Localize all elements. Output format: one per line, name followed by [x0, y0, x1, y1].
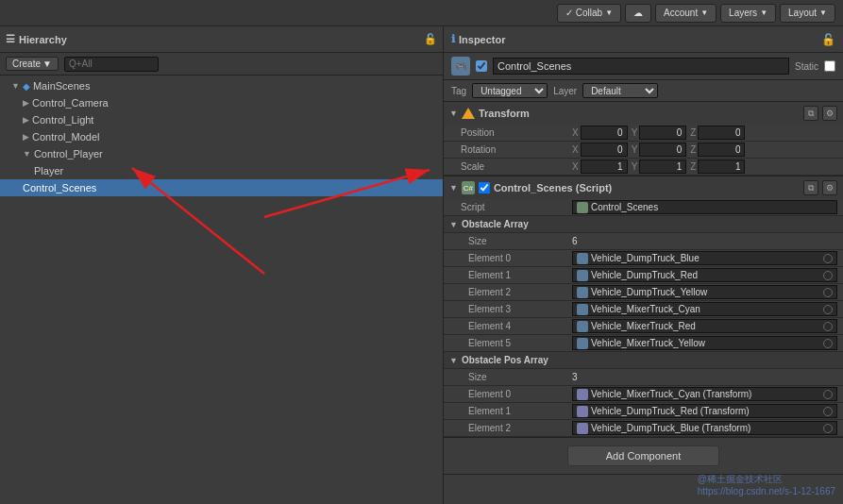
pos-el2-icon [577, 423, 588, 434]
cloud-button[interactable]: ☁ [625, 4, 651, 23]
script-component-header[interactable]: ▼ C# Control_Scenes (Script) ⧉ ⚙ [444, 176, 843, 199]
obstacle-pos-element-2: Element 2 Vehicle_DumpTruck_Blue (Transf… [444, 420, 843, 437]
script-menu-icon[interactable]: ⚙ [822, 180, 837, 195]
scale-y-input[interactable] [639, 160, 686, 174]
obstacle-array-header[interactable]: ▼ Obstacle Array [444, 216, 843, 233]
inspector-panel: ℹ Inspector 🔓 🎮 Static Tag Untagged Laye… [444, 26, 843, 504]
scale-x-field: X [572, 160, 628, 174]
obstacle-element-3: Element 3 Vehicle_MixerTruck_Cyan [444, 301, 843, 318]
obstacle-el5-icon [577, 338, 588, 349]
transform-component: ▼ Transform ⧉ ⚙ Position X [444, 102, 843, 176]
control-light-expand-icon: ▶ [23, 115, 29, 125]
object-active-checkbox[interactable] [476, 60, 487, 72]
scale-x-input[interactable] [581, 160, 628, 174]
obstacle-el1-dot[interactable] [823, 271, 833, 280]
obstacle-pos-element-0: Element 0 Vehicle_MixerTruck_Cyan (Trans… [444, 386, 843, 403]
collab-button[interactable]: ✓ Collab ▼ [557, 4, 621, 23]
inspector-header: ℹ Inspector 🔓 [444, 26, 843, 53]
object-name-input[interactable] [493, 58, 789, 75]
rotation-x-field: X [572, 143, 628, 157]
transform-icon [462, 107, 475, 120]
inspector-info-icon: ℹ [451, 33, 455, 45]
hierarchy-item-control-scenes[interactable]: Control_Scenes [0, 179, 443, 196]
script-component-icons: ⧉ ⚙ [803, 180, 837, 195]
transform-header[interactable]: ▼ Transform ⧉ ⚙ [444, 102, 843, 125]
script-file-icon [577, 202, 588, 213]
rotation-z-input[interactable] [698, 143, 745, 157]
position-z-field: Z [690, 126, 745, 140]
hierarchy-header: ☰ Hierarchy 🔓 [0, 26, 443, 53]
mainscenes-expand-icon: ▼ [11, 81, 20, 91]
cloud-icon: ☁ [633, 8, 643, 18]
position-y-input[interactable] [639, 126, 686, 140]
top-bar: ✓ Collab ▼ ☁ Account ▼ Layers ▼ Layout ▼ [0, 0, 843, 26]
obstacle-pos-fold-icon: ▼ [449, 356, 458, 365]
pos-el1-dot[interactable] [823, 407, 833, 416]
pos-el0-dot[interactable] [823, 390, 833, 399]
hierarchy-lock-icon[interactable]: 🔓 [424, 33, 437, 45]
transform-copy-icon[interactable]: ⧉ [803, 106, 818, 121]
obstacle-el4-dot[interactable] [823, 322, 833, 331]
control-camera-expand-icon: ▶ [23, 98, 29, 108]
hierarchy-item-control-player[interactable]: ▼ Control_Player [0, 145, 443, 162]
hierarchy-item-player[interactable]: Player [0, 162, 443, 179]
hierarchy-search-input[interactable] [64, 57, 159, 72]
object-icon: 🎮 [451, 57, 470, 76]
transform-fold-icon: ▼ [449, 109, 458, 118]
script-copy-icon[interactable]: ⧉ [803, 180, 818, 195]
control-model-expand-icon: ▶ [23, 132, 29, 142]
layers-button[interactable]: Layers ▼ [720, 4, 776, 23]
add-component-section: Add Component [444, 437, 843, 474]
hierarchy-item-mainscenes[interactable]: ▼ ◆ MainScenes [0, 77, 443, 94]
position-row: Position X Y Z [444, 125, 843, 142]
obstacle-pos-element-1: Element 1 Vehicle_DumpTruck_Red (Transfo… [444, 403, 843, 420]
tag-select[interactable]: Untagged [472, 83, 548, 98]
hierarchy-item-control-camera[interactable]: ▶ Control_Camera [0, 94, 443, 111]
obstacle-pos-array-header[interactable]: ▼ Obstacle Pos Array [444, 352, 843, 369]
account-button[interactable]: Account ▼ [655, 4, 717, 23]
script-active-checkbox[interactable] [479, 182, 490, 193]
obstacle-el3-dot[interactable] [823, 305, 833, 314]
obstacle-el0-icon [577, 253, 588, 264]
pos-el2-dot[interactable] [823, 424, 833, 433]
add-component-button[interactable]: Add Component [567, 445, 720, 466]
obstacle-element-0: Element 0 Vehicle_DumpTruck_Blue [444, 250, 843, 267]
rotation-x-input[interactable] [581, 143, 628, 157]
rotation-y-input[interactable] [639, 143, 686, 157]
main-area: ☰ Hierarchy 🔓 Create ▼ ▼ ◆ MainScenes [0, 26, 843, 504]
position-z-input[interactable] [698, 126, 745, 140]
script-component: ▼ C# Control_Scenes (Script) ⧉ ⚙ Script … [444, 176, 843, 475]
obstacle-array-fold-icon: ▼ [449, 220, 458, 229]
position-x-input[interactable] [581, 126, 628, 140]
script-row: Script Control_Scenes [444, 199, 843, 216]
obstacle-element-4: Element 4 Vehicle_MixerTruck_Red [444, 318, 843, 335]
position-y-field: Y [632, 126, 687, 140]
hierarchy-item-control-light[interactable]: ▶ Control_Light [0, 111, 443, 128]
control-player-expand-icon: ▼ [23, 149, 31, 159]
obstacle-element-1: Element 1 Vehicle_DumpTruck_Red [444, 267, 843, 284]
obstacle-el2-dot[interactable] [823, 288, 833, 297]
obstacle-array-size-row: Size 6 [444, 233, 843, 250]
scale-z-field: Z [690, 160, 745, 174]
rotation-y-field: Y [632, 143, 687, 157]
scale-z-input[interactable] [698, 160, 745, 174]
obstacle-element-2: Element 2 Vehicle_DumpTruck_Yellow [444, 284, 843, 301]
object-static-checkbox[interactable] [824, 60, 835, 72]
obstacle-el0-dot[interactable] [823, 254, 833, 263]
obstacle-el5-dot[interactable] [823, 339, 833, 348]
obstacle-el4-icon [577, 321, 588, 332]
scale-row: Scale X Y Z [444, 159, 843, 176]
script-fold-icon: ▼ [449, 183, 458, 193]
hierarchy-panel: ☰ Hierarchy 🔓 Create ▼ ▼ ◆ MainScenes [0, 26, 444, 504]
hierarchy-title: ☰ Hierarchy [6, 33, 67, 45]
hierarchy-content[interactable]: ▼ ◆ MainScenes ▶ Control_Camera ▶ Contro… [0, 76, 443, 504]
create-button[interactable]: Create ▼ [6, 57, 59, 71]
inspector-title: ℹ Inspector [451, 33, 506, 45]
hierarchy-item-control-model[interactable]: ▶ Control_Model [0, 128, 443, 145]
transform-menu-icon[interactable]: ⚙ [822, 106, 837, 121]
mainscenes-icon: ◆ [23, 81, 30, 92]
inspector-lock-icon[interactable]: 🔓 [821, 33, 835, 46]
obstacle-el3-icon [577, 304, 588, 315]
layer-select[interactable]: Default [582, 83, 658, 98]
layout-button[interactable]: Layout ▼ [780, 4, 835, 23]
